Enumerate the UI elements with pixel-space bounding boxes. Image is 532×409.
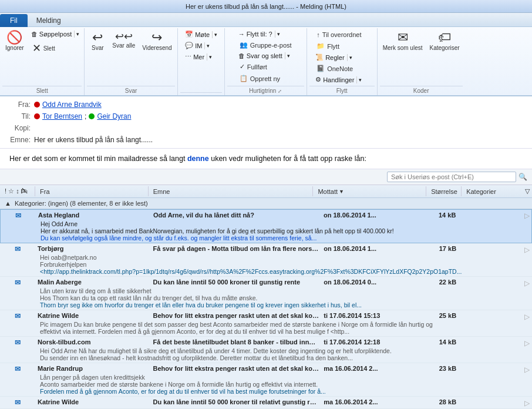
col-hdr-from[interactable]: Fra — [35, 186, 149, 196]
ribbon-group-koder-content: ✉ Merk som ulest 🏷 Kategoriser — [380, 29, 463, 86]
email-header: Fra: Odd Arne Brandvik Til: Tor Berntsen… — [0, 96, 532, 149]
email-preview2-3: Hos Thorn kan du ta opp ett raskt lån nå… — [0, 294, 269, 301]
recipient1-name[interactable]: Tor Berntsen — [42, 112, 82, 120]
email-preview1-1: Hej Odd Arne — [1, 220, 89, 227]
ribbon-group-hurtigtrinn-content: → Flytt til: ? ▾ 👥 Gruppe-e-post 🗑 Svar … — [235, 29, 296, 86]
flytt-icon: 📁 — [316, 42, 325, 50]
col-hdr-received[interactable]: Mottatt ▼ — [313, 186, 426, 196]
til-value: Tor Berntsen ; Geir Dyran — [34, 112, 131, 120]
email-scroll-indicator-5: ▷ — [524, 339, 530, 347]
flytt-btn[interactable]: 📁 Flytt — [312, 41, 371, 52]
ribbon-tabs: Fil Melding — [0, 13, 532, 27]
opprett-ny-label: Opprett ny — [250, 75, 280, 82]
email-row-wrapper-6: ✉Marie RandrupBehov for litt ekstra peng… — [0, 363, 532, 397]
emne-value: Her er ukens tilbud på lån så langt.....… — [34, 136, 153, 144]
mote-main: 📅 Møte — [183, 30, 212, 39]
ribbon-group-mote-content: 📅 Møte ▾ 💬 IM ▾ ⋯ Mer ▾ — [182, 29, 220, 92]
col-hdr-size[interactable]: Størrelse — [426, 186, 462, 196]
til-overordnet-button[interactable]: ↑ Til overordnet — [312, 29, 371, 40]
videresend-label: Videresend — [142, 45, 171, 51]
ribbon-group-svar: ↩ Svar ↩↩ Svar alle ↪ Videresend Svar — [85, 28, 177, 95]
email-row-5[interactable]: ✉Norsk-tilbud.comFå det beste lånetilbud… — [0, 337, 532, 363]
email-preview2-5: Du sender inn en lånesøknad - helt kostn… — [0, 354, 365, 361]
slett-button[interactable]: ✕ Slett — [28, 40, 82, 56]
mer-button[interactable]: ⋯ Mer ▾ — [182, 52, 214, 62]
svar-slett-button[interactable]: 🗑 Svar og slett ▾ — [235, 51, 292, 61]
email-row-7[interactable]: ✉Katrine WildeDu kan låne inntil 50 000 … — [0, 397, 532, 409]
ribbon-group-hurtigtrinn: → Flytt til: ? ▾ 👥 Gruppe-e-post 🗑 Svar … — [225, 28, 307, 95]
handlinger-button[interactable]: ⚙ Handlinger ▾ — [312, 75, 364, 85]
search-input[interactable] — [387, 172, 516, 182]
col-hdr-categories[interactable]: Kategorier — [462, 186, 523, 196]
email-categories-5 — [472, 338, 532, 339]
email-row-2[interactable]: ✉TorbjørgFå svar på dagen - Motta tilbud… — [0, 243, 532, 277]
im-arrow[interactable]: ▾ — [204, 42, 211, 49]
col-hdr-icons[interactable]: ! ☆ ↕ 🖎 — [0, 186, 35, 196]
fra-value: Odd Arne Brandvik — [34, 100, 102, 109]
email-row-4[interactable]: ✉Katrine WildeBehov for litt ekstra peng… — [0, 310, 532, 337]
onenote-button[interactable]: 📓 OneNote — [312, 63, 371, 74]
slett-label: Slett — [43, 45, 55, 52]
flytt-til-main: → Flytt til: ? — [236, 30, 275, 38]
merk-som-ulest-button[interactable]: ✉ Merk som ulest — [380, 29, 426, 53]
tab-melding[interactable]: Melding — [28, 14, 70, 27]
title-bar: Her er ukens tilbud på lån så langt.....… — [0, 0, 532, 13]
fullfort-icon: ✓ — [240, 63, 245, 71]
handlinger-arrow[interactable]: ▾ — [356, 76, 363, 83]
mote-arrow[interactable]: ▾ — [212, 31, 219, 38]
ignorer-label: Ignorer — [5, 45, 24, 51]
header-fra-row: Fra: Odd Arne Brandvik — [7, 99, 525, 110]
videresend-button[interactable]: ↪ Videresend — [139, 29, 174, 53]
svar-alle-label: Svar alle — [112, 42, 135, 49]
soppelpost-arrow[interactable]: ▾ — [74, 31, 81, 38]
email-body-highlight: denne — [187, 155, 209, 163]
email-row-1[interactable]: ✉Asta HeglandOdd Arne, vil du ha lånet d… — [0, 209, 532, 243]
email-preview1-4: Pic imagem Du kan bruke pengene til det … — [0, 321, 445, 328]
email-scroll-indicator-3: ▷ — [524, 279, 530, 287]
ribbon-group-slett-content: 🚫 Ignorer 🗑 Søppelpost ▾ ✕ Slett — [2, 29, 82, 86]
email-size-2: 17 kB — [437, 244, 472, 253]
recipient2-name[interactable]: Geir Dyran — [97, 112, 131, 120]
koder-label-group: Koder — [380, 86, 463, 94]
email-row-wrapper-2: ✉TorbjørgFå svar på dagen - Motta tilbud… — [0, 243, 532, 277]
email-row-wrapper-5: ✉Norsk-tilbud.comFå det beste lånetilbud… — [0, 337, 532, 363]
ribbon-group-mote: 📅 Møte ▾ 💬 IM ▾ ⋯ Mer ▾ — [178, 28, 225, 95]
email-row-6[interactable]: ✉Marie RandrupBehov for litt ekstra peng… — [0, 363, 532, 397]
email-received-7: ma 16.06.2014 2... — [321, 398, 437, 406]
sender-name[interactable]: Odd Arne Brandvik — [42, 100, 102, 109]
regler-icon: 📜 — [315, 53, 324, 61]
svar-alle-icon: ↩↩ — [115, 31, 133, 42]
col-hdr-subject[interactable]: Emne — [149, 186, 314, 196]
category-header[interactable]: ▲ Kategorier: (ingen) (8 elementer, 8 er… — [0, 198, 532, 209]
email-row-3[interactable]: ✉Malin AabergeDu kan låne inntil 50 000 … — [0, 277, 532, 310]
ignorer-button[interactable]: 🚫 Ignorer — [2, 29, 27, 53]
gruppe-epost-button[interactable]: 👥 Gruppe-e-post — [235, 39, 296, 51]
email-subject-6: Behov for litt ekstra penger raskt uten … — [151, 364, 322, 373]
opprett-ny-button[interactable]: 📋 Opprett ny — [235, 73, 294, 84]
svar-slett-arrow[interactable]: ▾ — [285, 52, 292, 59]
svar-button[interactable]: ↩ Svar — [87, 29, 108, 53]
col-categories-label: Kategorier — [466, 188, 496, 195]
regler-arrow[interactable]: ▾ — [347, 54, 354, 61]
flytt-label: Flytt — [327, 43, 339, 50]
column-headers: ! ☆ ↕ 🖎 Fra Emne Mottatt ▼ Størrelse Kat… — [0, 185, 532, 198]
soppelpost-button[interactable]: 🗑 Søppelpost ▾ — [28, 29, 82, 39]
mer-arrow[interactable]: ▾ — [207, 53, 214, 61]
soppelpost-main: 🗑 Søppelpost — [29, 30, 75, 38]
col-received-label: Mottatt — [318, 188, 338, 195]
email-body-preview: Her er det som er kommet til min mailadr… — [0, 149, 532, 169]
im-button[interactable]: 💬 IM ▾ — [182, 41, 212, 51]
fullfort-button[interactable]: ✓ Fullført — [235, 61, 294, 72]
email-list-scroll[interactable]: ▲ Kategorier: (ingen) (8 elementer, 8 er… — [0, 198, 532, 409]
email-from-1: Asta Hegland — [36, 211, 151, 219]
mote-button[interactable]: 📅 Møte ▾ — [182, 29, 220, 39]
svar-alle-button[interactable]: ↩↩ Svar alle — [109, 29, 138, 51]
regler-button[interactable]: 📜 Regler ▾ — [312, 52, 354, 62]
email-received-2: on 18.06.2014 1... — [321, 244, 437, 253]
filter-icon[interactable]: ▽ — [523, 186, 532, 196]
tab-fil[interactable]: Fil — [0, 14, 28, 27]
email-list: ✉Asta HeglandOdd Arne, vil du ha lånet d… — [0, 209, 532, 409]
flytt-til-arrow[interactable]: ▾ — [275, 31, 282, 38]
kategoriser-button[interactable]: 🏷 Kategoriser — [426, 29, 462, 53]
flytt-til-button[interactable]: → Flytt til: ? ▾ — [235, 29, 282, 39]
